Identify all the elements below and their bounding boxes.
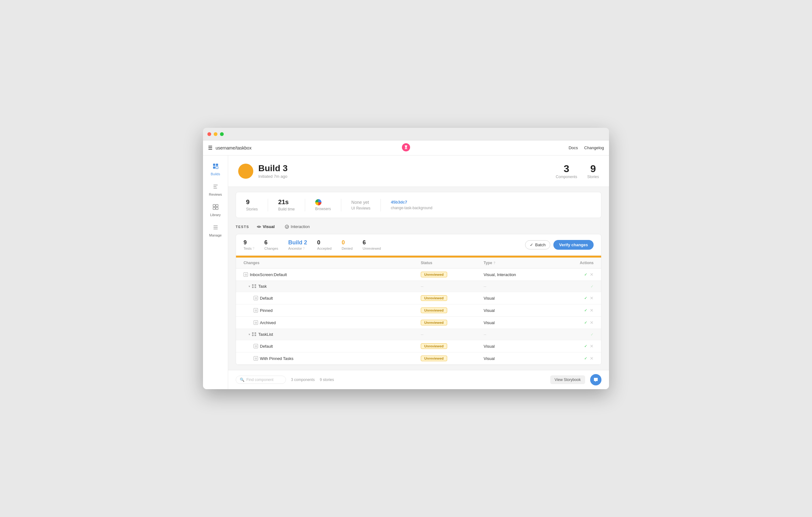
sidebar-item-manage[interactable]: Manage bbox=[205, 222, 226, 240]
ancestor-value[interactable]: Build 2 bbox=[288, 239, 307, 246]
commit-hash-link[interactable]: 45b3dc7 bbox=[391, 200, 432, 205]
components-label: Components bbox=[556, 175, 577, 179]
row-name-tasklist-default: ⊡ Default bbox=[243, 344, 421, 348]
changes-label: Changes bbox=[264, 247, 278, 250]
stories-count: 9 bbox=[587, 163, 599, 175]
row-status-task-group: -- bbox=[421, 284, 484, 288]
deny-icon[interactable]: ✕ bbox=[590, 344, 593, 348]
accept-icon[interactable]: ✓ bbox=[584, 344, 587, 348]
expand-icon[interactable]: ▾ bbox=[249, 284, 250, 288]
tab-interaction-label: Interaction bbox=[291, 224, 310, 229]
accepted-label: Accepted bbox=[317, 247, 331, 250]
sidebar-item-library[interactable]: Library bbox=[205, 201, 226, 219]
builds-icon bbox=[212, 163, 219, 171]
divider bbox=[341, 199, 341, 211]
build-status-icon bbox=[238, 164, 253, 179]
expand-icon[interactable]: ▾ bbox=[249, 333, 250, 336]
accept-icon[interactable]: ✓ bbox=[590, 284, 593, 288]
row-actions-inbox: ✓ ✕ bbox=[547, 272, 593, 277]
docs-link[interactable]: Docs bbox=[569, 145, 578, 150]
search-box[interactable]: 🔍 Find component bbox=[236, 376, 286, 384]
build-title: Build 3 bbox=[258, 163, 288, 173]
story-icon: ⊡ bbox=[254, 296, 258, 300]
deny-icon[interactable]: ✕ bbox=[590, 320, 593, 325]
tab-visual[interactable]: Visual bbox=[254, 223, 277, 230]
accept-icon[interactable]: ✓ bbox=[584, 296, 587, 300]
builds-label: Builds bbox=[211, 172, 220, 176]
traffic-lights bbox=[207, 132, 224, 136]
sidebar-item-builds[interactable]: Builds bbox=[205, 160, 226, 178]
search-placeholder: Find component bbox=[246, 377, 273, 382]
accept-icon[interactable]: ✓ bbox=[584, 308, 587, 312]
deny-icon[interactable]: ✕ bbox=[590, 308, 593, 313]
storybook-button[interactable]: View Storybook bbox=[550, 375, 585, 384]
accept-icon[interactable]: ✓ bbox=[590, 332, 593, 337]
minimize-button[interactable] bbox=[214, 132, 218, 136]
ancestor-help-icon: ? bbox=[303, 247, 305, 250]
row-type-tasklist-pinned: Visual bbox=[484, 356, 547, 361]
metric-build-time: 21s Build time bbox=[278, 199, 295, 211]
verify-button[interactable]: Verify changes bbox=[553, 240, 593, 250]
svg-point-10 bbox=[285, 225, 289, 229]
row-name-text[interactable]: Default bbox=[260, 344, 273, 348]
tab-interaction[interactable]: Interaction bbox=[282, 223, 312, 230]
row-actions-tasklist-pinned: ✓ ✕ bbox=[547, 356, 593, 361]
topnav-left: ☰ username/taskbox bbox=[208, 145, 252, 151]
row-status-tasklist-default: Unreviewed bbox=[421, 343, 484, 349]
ancestor-label: Ancestor ? bbox=[288, 247, 307, 250]
row-status-task-archived: Unreviewed bbox=[421, 320, 484, 326]
stories-metric-value: 9 bbox=[246, 199, 258, 206]
row-type-inbox: Visual, Interaction bbox=[484, 272, 547, 277]
row-actions-task-group: ✓ bbox=[547, 284, 593, 288]
deny-icon[interactable]: ✕ bbox=[590, 296, 593, 301]
close-button[interactable] bbox=[207, 132, 211, 136]
accept-icon[interactable]: ✓ bbox=[584, 272, 587, 277]
interaction-icon bbox=[285, 224, 289, 229]
svg-rect-2 bbox=[216, 164, 218, 166]
col-type-label: Type bbox=[484, 261, 492, 265]
repo-label: username/taskbox bbox=[215, 145, 252, 150]
row-name-text[interactable]: TaskList bbox=[258, 332, 273, 337]
table-row: ▾ TaskList -- -- ✓ bbox=[236, 329, 601, 340]
story-icon: ⊡ bbox=[254, 356, 258, 361]
denied-count: 0 bbox=[342, 239, 353, 246]
build-subtitle: Initiated 7m ago bbox=[258, 174, 288, 179]
table-row: ⊡ With Pinned Tasks Unreviewed Visual ✓ … bbox=[236, 353, 601, 365]
stories-info: 9 stories bbox=[320, 377, 334, 382]
summary-denied: 0 Denied bbox=[342, 239, 353, 250]
row-name-text[interactable]: Task bbox=[258, 284, 267, 288]
chat-button[interactable] bbox=[590, 374, 602, 386]
deny-icon[interactable]: ✕ bbox=[590, 356, 593, 361]
table-row: ⊡ InboxScreen:Default Unreviewed Visual,… bbox=[236, 269, 601, 281]
stories-metric-label: Stories bbox=[246, 207, 258, 211]
summary-accepted: 0 Accepted bbox=[317, 239, 331, 250]
browsers-label: Browsers bbox=[315, 207, 331, 211]
row-name-inbox: ⊡ InboxScreen:Default bbox=[243, 272, 421, 277]
titlebar bbox=[203, 128, 609, 141]
row-type-task-pinned: Visual bbox=[484, 308, 547, 313]
row-name-text[interactable]: Pinned bbox=[260, 308, 272, 313]
sidebar-item-reviews[interactable]: Reviews bbox=[205, 181, 226, 199]
tests-panel: 9 Tests ? 6 Changes Build 2 bbox=[236, 234, 602, 365]
row-name-text[interactable]: Default bbox=[260, 296, 273, 301]
svg-rect-5 bbox=[213, 205, 215, 207]
accept-icon[interactable]: ✓ bbox=[584, 321, 587, 325]
row-status-task-pinned: Unreviewed bbox=[421, 307, 484, 313]
deny-icon[interactable]: ✕ bbox=[590, 272, 593, 277]
row-name-text[interactable]: With Pinned Tasks bbox=[260, 356, 293, 361]
row-name-text[interactable]: Archived bbox=[260, 321, 276, 325]
svg-rect-7 bbox=[213, 207, 215, 210]
table-row: ⊡ Default Unreviewed Visual ✓ ✕ bbox=[236, 340, 601, 353]
row-name-text[interactable]: InboxScreen:Default bbox=[250, 272, 287, 277]
menu-icon[interactable]: ☰ bbox=[208, 145, 212, 151]
summary-tests: 9 Tests ? bbox=[243, 239, 254, 250]
app-logo bbox=[402, 143, 410, 153]
ui-reviews-value: None yet bbox=[351, 200, 371, 205]
row-name-task-group: ▾ Task bbox=[243, 284, 421, 288]
test-actions: ✓ Batch Verify changes bbox=[525, 240, 593, 250]
changelog-link[interactable]: Changelog bbox=[584, 145, 604, 150]
batch-button[interactable]: ✓ Batch bbox=[525, 240, 550, 249]
accept-icon[interactable]: ✓ bbox=[584, 356, 587, 361]
status-badge: Unreviewed bbox=[421, 272, 447, 277]
maximize-button[interactable] bbox=[220, 132, 224, 136]
